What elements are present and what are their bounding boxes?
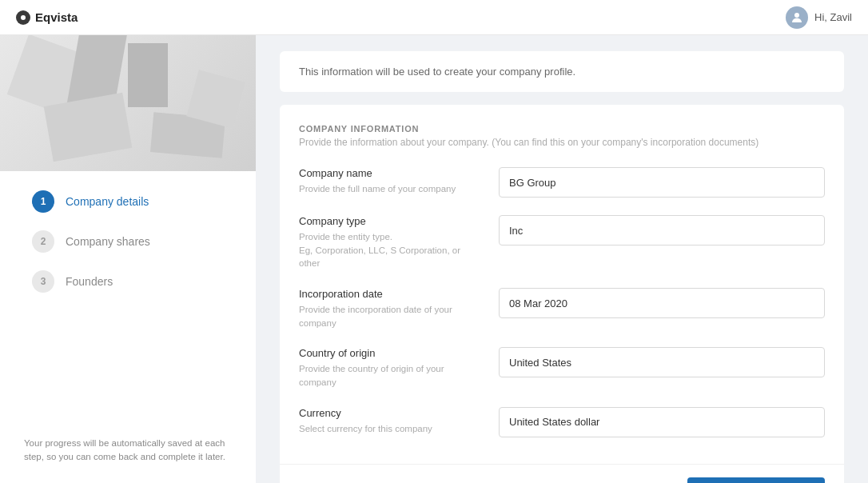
logo-icon <box>16 10 30 25</box>
user-greeting: Hi, Zavil <box>814 11 852 23</box>
incorporation-date-label: Incorporation date <box>299 288 475 300</box>
avatar <box>786 6 808 29</box>
step-number-2: 2 <box>32 230 54 253</box>
sidebar-graphic <box>0 35 256 171</box>
step-number-3: 3 <box>32 270 54 293</box>
svg-point-0 <box>794 13 799 18</box>
company-type-input[interactable] <box>499 215 825 245</box>
sidebar: 1 Company details 2 Company shares 3 Fou… <box>0 35 256 483</box>
save-continue-button[interactable]: Save and continue <box>687 477 825 483</box>
step-label-company-details: Company details <box>66 195 149 208</box>
currency-label: Currency <box>299 407 475 419</box>
field-row-incorporation-date: Incorporation date Provide the incorpora… <box>299 288 825 329</box>
field-row-company-type: Company type Provide the entity type. Eg… <box>299 215 825 270</box>
country-label: Country of origin <box>299 347 475 359</box>
company-name-hint: Provide the full name of your company <box>299 182 475 196</box>
company-name-input[interactable] <box>499 167 825 198</box>
field-row-company-name: Company name Provide the full name of yo… <box>299 167 825 198</box>
info-banner: This information will be used to create … <box>280 51 844 92</box>
main-layout: 1 Company details 2 Company shares 3 Fou… <box>0 35 868 483</box>
company-name-label: Company name <box>299 167 475 179</box>
sidebar-footer: Your progress will be automatically save… <box>0 421 256 484</box>
currency-hint: Select currency for this company <box>299 422 475 436</box>
company-type-hint: Provide the entity type. Eg, Corporation… <box>299 230 475 270</box>
company-name-input-col <box>499 167 825 198</box>
step-item-founders[interactable]: 3 Founders <box>32 270 224 293</box>
field-label-col-country: Country of origin Provide the country of… <box>299 347 475 389</box>
country-input[interactable] <box>499 347 825 377</box>
section-title: COMPANY INFORMATION <box>299 124 825 134</box>
field-row-currency: Currency Select currency for this compan… <box>299 407 825 437</box>
step-label-company-shares: Company shares <box>66 235 150 248</box>
incorporation-date-hint: Provide the incorporation date of your c… <box>299 303 475 329</box>
section-desc: Provide the information about your compa… <box>299 137 825 148</box>
field-label-col-currency: Currency Select currency for this compan… <box>299 407 475 436</box>
company-type-input-col <box>499 215 825 245</box>
logo-area: Eqvista <box>16 10 78 25</box>
country-hint: Provide the country of origin of your co… <box>299 362 475 389</box>
content-area: This information will be used to create … <box>256 35 868 483</box>
field-row-country: Country of origin Provide the country of… <box>299 347 825 389</box>
step-label-founders: Founders <box>66 275 113 288</box>
step-item-company-details[interactable]: 1 Company details <box>32 190 224 213</box>
geo-shape-4 <box>128 43 168 107</box>
step-item-company-shares[interactable]: 2 Company shares <box>32 230 224 253</box>
field-label-col-company-type: Company type Provide the entity type. Eg… <box>299 215 475 270</box>
footer-text: Your progress will be automatically save… <box>24 438 225 461</box>
logo-text: Eqvista <box>35 10 78 24</box>
top-navigation: Eqvista Hi, Zavil <box>0 0 868 35</box>
save-button-row: Save and continue <box>280 464 844 483</box>
country-input-col <box>499 347 825 377</box>
info-banner-text: This information will be used to create … <box>299 66 575 78</box>
form-card: COMPANY INFORMATION Provide the informat… <box>280 105 844 483</box>
steps-list: 1 Company details 2 Company shares 3 Fou… <box>0 171 256 421</box>
currency-input[interactable] <box>499 407 825 437</box>
currency-input-col <box>499 407 825 437</box>
user-menu[interactable]: Hi, Zavil <box>786 6 852 29</box>
incorporation-date-input[interactable] <box>499 288 825 318</box>
company-type-label: Company type <box>299 215 475 227</box>
field-label-col-company-name: Company name Provide the full name of yo… <box>299 167 475 196</box>
incorporation-date-input-col <box>499 288 825 318</box>
step-number-1: 1 <box>32 190 54 213</box>
field-label-col-incorporation-date: Incorporation date Provide the incorpora… <box>299 288 475 329</box>
